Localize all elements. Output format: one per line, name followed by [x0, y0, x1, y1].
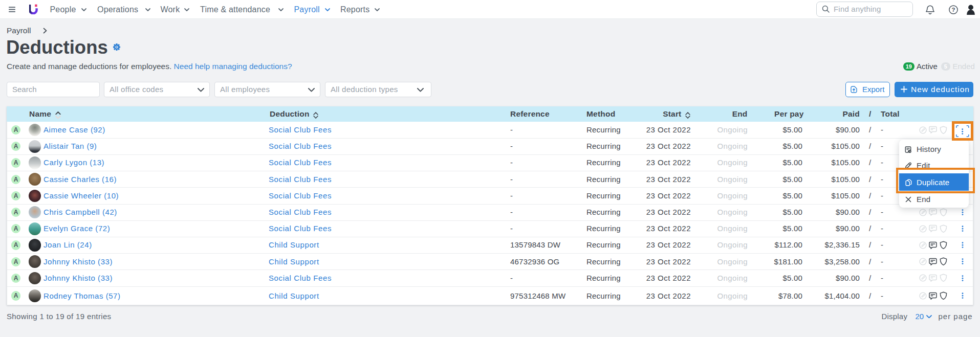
svg-text:?: ? [951, 7, 955, 13]
